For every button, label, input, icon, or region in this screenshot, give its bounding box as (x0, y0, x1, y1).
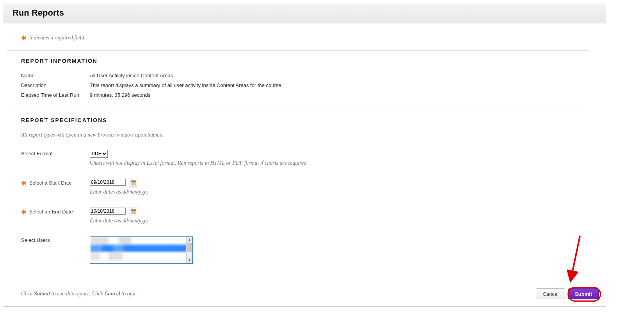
users-multiselect[interactable]: ▲ ▼ (90, 236, 193, 264)
format-select[interactable]: PDF (90, 150, 108, 158)
list-item[interactable] (90, 252, 192, 260)
scroll-thumb[interactable] (187, 243, 192, 252)
start-date-label: Select a Start Date (29, 180, 72, 186)
users-label: Select Users (21, 236, 90, 243)
required-asterisk-icon: ✱ (21, 209, 26, 215)
calendar-icon (131, 209, 136, 214)
footer-note: Click Submit to run this report. Click C… (21, 291, 533, 297)
end-date-calendar-button[interactable] (130, 208, 137, 215)
start-date-hint: Enter dates as dd/mm/yyyy (90, 189, 588, 195)
calendar-icon (131, 180, 136, 185)
page-title: Run Reports (12, 8, 596, 18)
svg-rect-1 (131, 181, 136, 182)
info-value: 9 minutes, 35.296 seconds (90, 92, 150, 98)
required-asterisk-icon: ✱ (21, 35, 26, 41)
end-date-label: Select an End Date (29, 209, 73, 215)
end-date-input[interactable] (90, 208, 126, 215)
format-label: Select Format (21, 150, 90, 156)
format-hint: Charts will not display in Excel format.… (90, 160, 588, 166)
section-title-spec: REPORT SPECIFICATIONS (21, 117, 588, 123)
info-value: This report displays a summary of all us… (90, 82, 283, 88)
scroll-up-icon[interactable]: ▲ (187, 237, 192, 243)
form-row-format: Select Format PDF Charts will not displa… (21, 150, 588, 166)
scroll-down-icon[interactable]: ▼ (187, 257, 192, 263)
scrollbar[interactable]: ▲ ▼ (186, 237, 192, 263)
svg-rect-6 (131, 210, 136, 211)
required-asterisk-icon: ✱ (21, 180, 26, 187)
end-date-hint: Enter dates as dd/mm/yyyy (90, 218, 588, 224)
form-row-start-date: ✱ Select a Start Date Enter (21, 179, 588, 195)
divider (7, 50, 588, 51)
form-row-end-date: ✱ Select an End Date Enter d (21, 208, 588, 224)
start-date-input[interactable] (90, 179, 126, 186)
info-row-description: Description This report displays a summa… (21, 82, 588, 88)
divider (7, 110, 588, 110)
form-row-users: Select Users ▲ ▼ (21, 236, 588, 264)
spec-note: All report types will open in a new brow… (21, 132, 588, 138)
info-label: Name (21, 73, 90, 78)
list-item-selected[interactable] (90, 245, 192, 252)
info-row-name: Name All User Activity inside Content Ar… (21, 73, 588, 78)
scroll-track[interactable] (187, 243, 192, 257)
start-date-calendar-button[interactable] (130, 179, 137, 187)
submit-button[interactable]: Submit (568, 288, 599, 299)
required-field-note: ✱ Indicates a required field. (21, 34, 588, 42)
section-title-info: REPORT INFORMATION (21, 58, 588, 64)
info-label: Elapsed Time of Last Run (21, 92, 90, 98)
page-header: Run Reports (3, 3, 606, 23)
required-field-text: Indicates a required field. (29, 35, 85, 41)
info-value: All User Activity inside Content Areas (90, 73, 173, 78)
info-row-elapsed: Elapsed Time of Last Run 9 minutes, 35.2… (21, 92, 588, 98)
info-label: Description (21, 82, 90, 88)
list-item[interactable] (90, 237, 192, 245)
footer-bar: Click Submit to run this report. Click C… (3, 288, 606, 299)
cancel-button[interactable]: Cancel (536, 288, 565, 299)
